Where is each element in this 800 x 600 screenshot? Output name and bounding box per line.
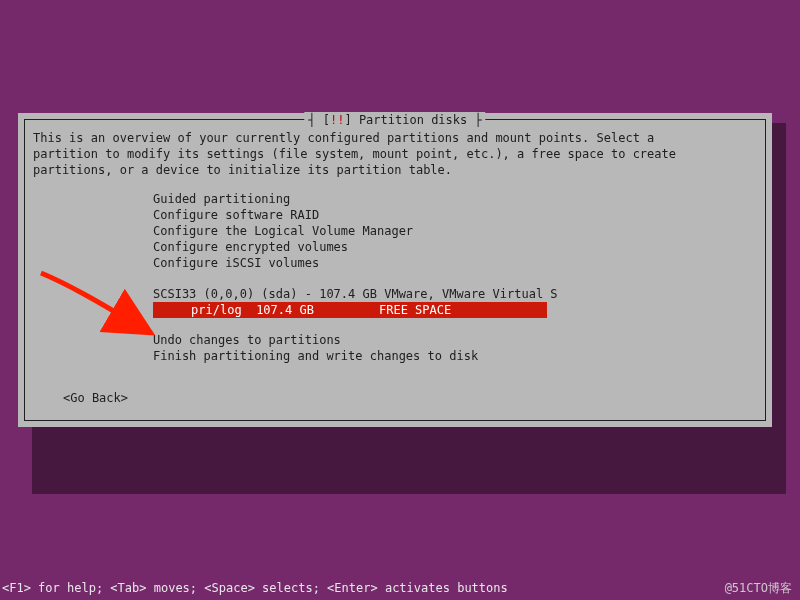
footer-help-text: <F1> for help; <Tab> moves; <Space> sele… bbox=[2, 580, 508, 596]
dialog-title: ┤ [!!] Partition disks ├ bbox=[304, 112, 485, 128]
menu-configure-iscsi[interactable]: Configure iSCSI volumes bbox=[153, 255, 757, 271]
partition-free-space-selected[interactable]: pri/log 107.4 GB FREE SPACE bbox=[153, 302, 547, 318]
title-bracket-open: [ bbox=[323, 113, 330, 127]
menu-configure-raid[interactable]: Configure software RAID bbox=[153, 207, 757, 223]
bottom-menu: Undo changes to partitions Finish partit… bbox=[153, 332, 757, 364]
disk-device-sda[interactable]: SCSI33 (0,0,0) (sda) - 107.4 GB VMware, … bbox=[153, 286, 757, 302]
footer-bar: <F1> for help; <Tab> moves; <Space> sele… bbox=[2, 580, 798, 596]
go-back-button[interactable]: <Go Back> bbox=[63, 390, 757, 406]
title-bracket-mid: ] bbox=[344, 113, 358, 127]
menu-guided-partitioning[interactable]: Guided partitioning bbox=[153, 191, 757, 207]
title-emphasis: !! bbox=[330, 113, 344, 127]
title-text: Partition disks bbox=[359, 113, 467, 127]
dialog-inner: ┤ [!!] Partition disks ├ This is an over… bbox=[24, 119, 766, 421]
top-menu: Guided partitioning Configure software R… bbox=[153, 191, 757, 272]
spacer bbox=[33, 272, 757, 286]
menu-finish-partitioning[interactable]: Finish partitioning and write changes to… bbox=[153, 348, 757, 364]
menu-configure-encrypted[interactable]: Configure encrypted volumes bbox=[153, 239, 757, 255]
menu-configure-lvm[interactable]: Configure the Logical Volume Manager bbox=[153, 223, 757, 239]
spacer bbox=[33, 318, 757, 332]
footer-watermark: @51CTO博客 bbox=[725, 580, 798, 596]
partition-dialog: ┤ [!!] Partition disks ├ This is an over… bbox=[18, 113, 772, 427]
intro-text: This is an overview of your currently co… bbox=[33, 130, 757, 179]
menu-undo-changes[interactable]: Undo changes to partitions bbox=[153, 332, 757, 348]
